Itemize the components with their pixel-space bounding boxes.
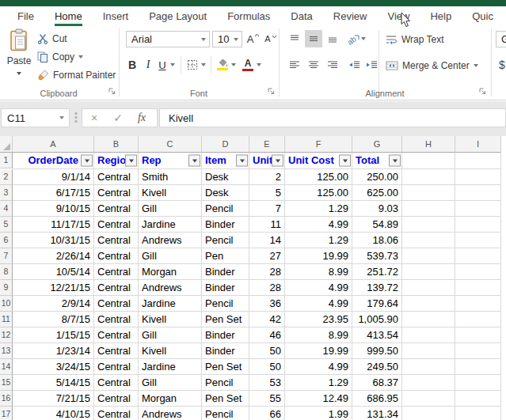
italic-button[interactable]: I	[142, 56, 154, 74]
paste-dropdown-arrow[interactable]	[17, 72, 21, 75]
paste-button[interactable]: Paste	[3, 28, 35, 92]
borders-dropdown-arrow[interactable]	[200, 56, 207, 74]
cell-H15[interactable]	[402, 375, 455, 391]
filter-button-B[interactable]	[125, 155, 137, 167]
cell-G11[interactable]: 1,005.90	[352, 312, 402, 327]
column-header-E[interactable]: E	[249, 136, 285, 153]
cell-H8[interactable]	[402, 264, 455, 280]
cell-E4[interactable]: 7	[249, 201, 285, 217]
cell-B4[interactable]: Central	[94, 201, 139, 217]
column-header-H[interactable]: H	[402, 136, 455, 153]
cell-F17[interactable]: 1.99	[285, 407, 352, 420]
cell-I1[interactable]	[455, 153, 501, 169]
name-box-dropdown-arrow[interactable]	[59, 116, 64, 119]
cell-G12[interactable]: 413.54	[352, 327, 402, 343]
cell-I14[interactable]	[455, 359, 501, 375]
cell-F11[interactable]: 23.95	[285, 312, 352, 327]
bold-button[interactable]: B	[124, 56, 140, 74]
merge-center-button[interactable]: Merge & Center	[386, 59, 478, 73]
cell-G8[interactable]: 251.72	[352, 264, 402, 280]
cell-F1[interactable]: Unit Cost	[285, 153, 352, 169]
row-header-2[interactable]: 2	[0, 169, 13, 185]
cell-E3[interactable]: 5	[249, 185, 285, 201]
cell-B5[interactable]: Central	[94, 217, 139, 233]
cell-E15[interactable]: 53	[249, 375, 285, 391]
cell-I16[interactable]	[455, 391, 501, 407]
row-header-3[interactable]: 3	[0, 185, 13, 201]
cell-H11[interactable]	[402, 312, 455, 327]
filter-button-A[interactable]	[81, 155, 93, 167]
font-color-button[interactable]: A	[241, 56, 255, 74]
cell-C14[interactable]: Jardine	[139, 359, 202, 375]
fill-color-dropdown-arrow[interactable]	[230, 56, 238, 74]
cell-I3[interactable]	[455, 185, 501, 201]
cell-D4[interactable]: Pencil	[202, 201, 249, 217]
cell-H14[interactable]	[402, 359, 455, 375]
cell-E10[interactable]: 36	[249, 296, 285, 312]
cell-H4[interactable]	[402, 201, 455, 217]
cell-F5[interactable]: 4.99	[285, 217, 352, 233]
font-dialog-launcher-icon[interactable]	[267, 86, 275, 97]
copy-dropdown-arrow[interactable]	[78, 55, 83, 59]
cell-C1[interactable]: Rep	[139, 153, 202, 169]
tab-formulas[interactable]: Formulas	[227, 6, 270, 26]
cell-E6[interactable]: 14	[249, 233, 285, 248]
select-all-corner[interactable]	[0, 136, 13, 153]
column-header-B[interactable]: B	[94, 136, 139, 153]
orientation-button[interactable]: ab	[346, 30, 367, 47]
cell-C2[interactable]: Smith	[139, 169, 202, 185]
cell-G1[interactable]: Total	[352, 153, 402, 169]
cell-F4[interactable]: 1.29	[285, 201, 352, 217]
row-header-10[interactable]: 10	[0, 296, 13, 312]
row-header-11[interactable]: 11	[0, 312, 13, 327]
cell-D14[interactable]: Pen Set	[202, 359, 249, 375]
cell-B8[interactable]: Central	[94, 264, 139, 280]
cell-D2[interactable]: Desk	[202, 169, 249, 185]
cell-C16[interactable]: Morgan	[139, 391, 202, 407]
cell-H16[interactable]	[402, 391, 455, 407]
cell-B1[interactable]: Region	[94, 153, 139, 169]
row-header-15[interactable]: 15	[0, 375, 13, 391]
cell-D12[interactable]: Binder	[202, 327, 249, 343]
top-align-button[interactable]	[286, 30, 303, 47]
cell-F6[interactable]: 1.29	[285, 233, 352, 248]
cell-G6[interactable]: 18.06	[352, 233, 402, 248]
align-left-button[interactable]	[286, 56, 303, 74]
cell-C17[interactable]: Andrews	[139, 407, 202, 420]
row-header-8[interactable]: 8	[0, 264, 13, 280]
wrap-text-button[interactable]: Wrap Text	[386, 32, 444, 47]
align-center-button[interactable]	[305, 56, 322, 74]
cell-A17[interactable]: 4/10/15	[13, 407, 94, 420]
cell-F13[interactable]: 19.99	[285, 343, 352, 359]
cell-E9[interactable]: 28	[249, 280, 285, 296]
decrease-font-size-button[interactable]: A	[263, 30, 279, 47]
cell-H1[interactable]	[402, 153, 455, 169]
cell-G16[interactable]: 686.95	[352, 391, 402, 407]
formula-bar-handle[interactable]: •••	[73, 112, 79, 123]
tab-review[interactable]: Review	[333, 6, 367, 26]
cell-D11[interactable]: Pen Set	[202, 312, 249, 327]
cell-G14[interactable]: 249.50	[352, 359, 402, 375]
cell-C13[interactable]: Kivell	[139, 343, 202, 359]
row-header-13[interactable]: 13	[0, 343, 13, 359]
cell-B12[interactable]: Central	[94, 327, 139, 343]
cell-I8[interactable]	[455, 264, 501, 280]
merge-center-dropdown-arrow[interactable]	[474, 64, 478, 67]
insert-function-button[interactable]: fx	[130, 112, 154, 124]
cell-E13[interactable]: 50	[249, 343, 285, 359]
column-header-G[interactable]: G	[352, 136, 402, 153]
cell-C12[interactable]: Gill	[139, 327, 202, 343]
cell-H5[interactable]	[402, 217, 455, 233]
cell-C3[interactable]: Kivell	[139, 185, 202, 201]
filter-button-G[interactable]	[389, 155, 401, 167]
fill-color-button[interactable]	[215, 56, 230, 74]
cell-A16[interactable]: 7/21/15	[13, 391, 94, 407]
column-header-C[interactable]: C	[139, 136, 202, 153]
cell-I2[interactable]	[455, 169, 501, 185]
align-right-button[interactable]	[324, 56, 341, 74]
number-format-combo[interactable]: Ge	[496, 31, 506, 47]
cell-E11[interactable]: 42	[249, 312, 285, 327]
cell-G9[interactable]: 139.72	[352, 280, 402, 296]
bottom-align-button[interactable]	[324, 30, 341, 47]
increase-indent-button[interactable]	[363, 56, 379, 74]
